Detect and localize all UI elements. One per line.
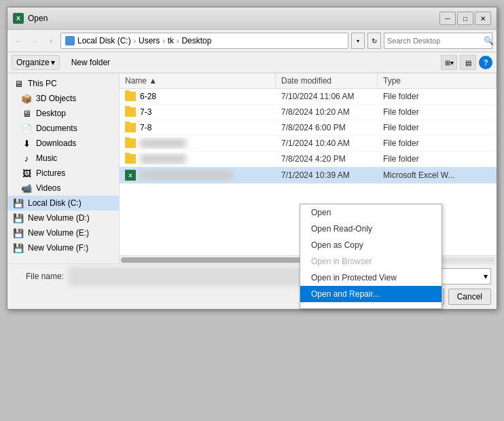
address-path[interactable]: Local Disk (C:) › Users › tk › Desktop (60, 33, 348, 49)
search-input[interactable] (387, 37, 481, 45)
sidebar-label-local-disk-c: Local Disk (C:) (28, 198, 82, 208)
file-name: 7-3 (140, 107, 151, 117)
file-name: 7-8 (140, 123, 151, 132)
sidebar-item-new-volume-f[interactable]: 💾 New Volume (F:) (7, 240, 119, 255)
table-row[interactable]: 7-3 7/8/2024 10:20 AM File folder (120, 105, 497, 120)
file-type: File folder (378, 153, 497, 165)
table-row[interactable]: ████████ 7/8/2024 4:20 PM File folder (120, 151, 497, 167)
sidebar: 🖥 This PC 📦 3D Objects 🖥 Desktop 📄 Docum… (7, 73, 120, 263)
file-name-cell: X ████████████████ (120, 168, 276, 182)
help-button[interactable]: ? (479, 56, 492, 69)
drive-icon (65, 36, 75, 45)
refresh-button[interactable]: ↻ (367, 33, 381, 49)
organize-button[interactable]: Organize ▾ (12, 55, 60, 70)
sidebar-label-new-volume-e: New Volume (E:) (28, 228, 89, 238)
search-box[interactable]: 🔍 (384, 33, 492, 49)
sidebar-item-documents[interactable]: 📄 Documents (7, 121, 119, 136)
organize-chevron-icon: ▾ (51, 58, 55, 67)
sidebar-item-downloads[interactable]: ⬇ Downloads (7, 136, 119, 151)
dialog-title: Open (28, 14, 435, 23)
forward-button[interactable]: → (28, 34, 41, 48)
maximize-button[interactable]: □ (457, 12, 473, 25)
preview-pane-button[interactable]: ▤ (460, 55, 476, 70)
address-dropdown[interactable]: ▾ (351, 33, 365, 49)
sidebar-item-desktop[interactable]: 🖥 Desktop (7, 106, 119, 121)
back-button[interactable]: ← (12, 34, 25, 48)
sidebar-label-videos: Videos (36, 183, 60, 193)
file-name-blurred: ████████ (140, 154, 186, 164)
downloads-icon: ⬇ (21, 138, 32, 149)
this-pc-icon: 🖥 (13, 78, 24, 89)
videos-icon: 📹 (21, 183, 32, 194)
sidebar-item-3d-objects[interactable]: 📦 3D Objects (7, 91, 119, 106)
new-folder-button[interactable]: New folder (65, 55, 116, 70)
sidebar-label-this-pc: This PC (28, 79, 57, 88)
file-type: File folder (378, 122, 497, 134)
breadcrumb-sep1: › (134, 37, 136, 45)
folder-icon (125, 92, 136, 101)
sidebar-label-new-volume-f: New Volume (F:) (28, 243, 88, 253)
file-date: 7/1/2024 10:39 AM (276, 169, 378, 181)
sidebar-label-desktop: Desktop (36, 109, 66, 118)
menu-item-open-protected[interactable]: Open in Protected View (300, 270, 442, 286)
up-button[interactable]: ↑ (44, 34, 58, 48)
table-row[interactable]: 6-28 7/10/2024 11:06 AM File folder (120, 89, 497, 105)
file-date: 7/1/2024 10:40 AM (276, 137, 378, 149)
sidebar-item-new-volume-d[interactable]: 💾 New Volume (D:) (7, 210, 119, 225)
menu-item-open-browser: Open in Browser (300, 253, 442, 270)
menu-item-open-repair[interactable]: Open and Repair... (300, 286, 442, 302)
sidebar-label-pictures: Pictures (36, 168, 65, 178)
file-name-cell: 7-3 (120, 106, 276, 118)
file-type: Microsoft Excel W... (378, 169, 497, 181)
file-date: 7/8/2024 10:20 AM (276, 106, 378, 118)
sidebar-item-videos[interactable]: 📹 Videos (7, 181, 119, 196)
sidebar-label-music: Music (36, 153, 57, 163)
sidebar-item-music[interactable]: ♪ Music (7, 151, 119, 166)
sidebar-item-pictures[interactable]: 🖼 Pictures (7, 166, 119, 181)
table-row[interactable]: 7-8 7/8/2024 6:00 PM File folder (120, 120, 497, 136)
sidebar-item-local-disk-c[interactable]: 💾 Local Disk (C:) (7, 196, 119, 210)
column-header-name[interactable]: Name ▲ (120, 73, 276, 88)
close-button[interactable]: ✕ (475, 12, 491, 25)
cancel-button[interactable]: Cancel (448, 289, 491, 305)
column-header-type[interactable]: Type (378, 73, 497, 88)
menu-item-open-readonly[interactable]: Open Read-Only (300, 221, 442, 237)
file-name: 6-28 (140, 92, 156, 101)
file-type: File folder (378, 90, 497, 103)
folder-icon (125, 123, 136, 132)
file-name-blurred: ████████████████ (140, 170, 232, 180)
excel-icon: X (125, 170, 136, 181)
app-icon: X (13, 13, 24, 24)
view-toggle-button[interactable]: ⊞▾ (441, 55, 457, 70)
file-type: File folder (378, 106, 497, 118)
breadcrumb-sep3: › (177, 37, 179, 45)
new-volume-f-icon: 💾 (13, 242, 24, 253)
file-name-cell: ████████ (120, 137, 276, 149)
sidebar-label-downloads: Downloads (36, 139, 76, 148)
file-name-cell: 6-28 (120, 90, 276, 103)
file-name-cell: 7-8 (120, 122, 276, 134)
filetype-chevron-icon: ▾ (484, 272, 488, 281)
table-row[interactable]: ████████ 7/1/2024 10:40 AM File folder (120, 136, 497, 151)
table-row[interactable]: X ████████████████ 7/1/2024 10:39 AM Mic… (120, 167, 497, 184)
column-header-date[interactable]: Date modified (276, 73, 378, 88)
folder-icon (125, 107, 136, 117)
open-dropdown-menu: Open Open Read-Only Open as Copy Open in… (300, 204, 442, 309)
pictures-icon: 🖼 (21, 168, 32, 179)
breadcrumb-sep2: › (162, 37, 164, 45)
sidebar-item-new-volume-e[interactable]: 💾 New Volume (E:) (7, 225, 119, 240)
menu-item-open[interactable]: Open (300, 204, 442, 221)
new-volume-e-icon: 💾 (13, 227, 24, 238)
menu-item-open-copy[interactable]: Open as Copy (300, 237, 442, 253)
title-bar: X Open ─ □ ✕ (7, 7, 497, 30)
minimize-button[interactable]: ─ (439, 12, 456, 25)
file-list-header: Name ▲ Date modified Type (120, 73, 497, 89)
folder-icon (125, 139, 136, 148)
documents-icon: 📄 (21, 123, 32, 134)
window-controls: ─ □ ✕ (439, 12, 491, 25)
file-name-cell: ████████ (120, 153, 276, 165)
3d-objects-icon: 📦 (21, 93, 32, 104)
sidebar-label-documents: Documents (36, 124, 77, 133)
toolbar: Organize ▾ New folder ⊞▾ ▤ ? (7, 52, 497, 73)
sidebar-item-this-pc[interactable]: 🖥 This PC (7, 76, 119, 91)
